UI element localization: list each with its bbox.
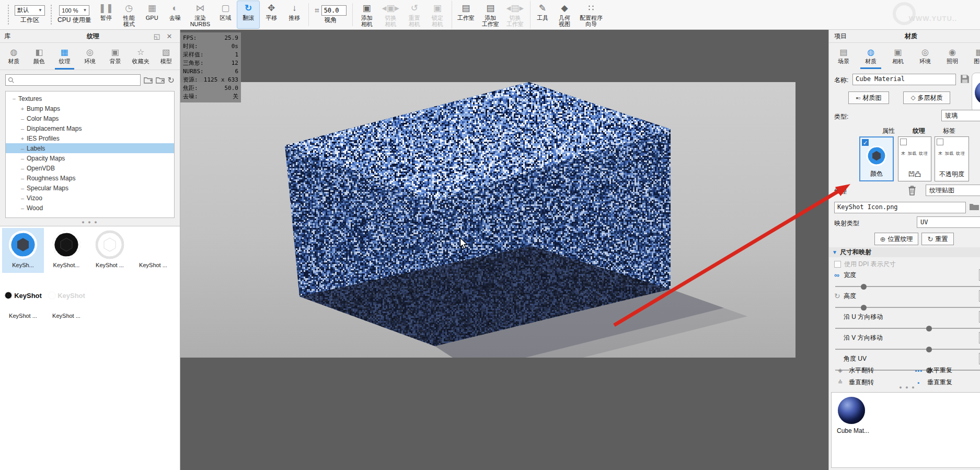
texture-thumbnail[interactable]: KeyShot... — [45, 228, 87, 273]
refresh-icon[interactable]: ↻ — [168, 75, 175, 85]
toolbar-button[interactable]: ↻ 翻滚 — [237, 1, 260, 29]
toolbar-button[interactable]: ◆ 几何 视图 — [553, 1, 576, 29]
toolbar-button[interactable]: ▢ 区域 — [214, 1, 237, 29]
tree-item[interactable]: − Textures — [6, 94, 174, 104]
cube-material-ball-icon[interactable] — [838, 397, 865, 424]
panel-splitter[interactable]: ● ● ● — [0, 220, 180, 225]
texture-slot-opacity[interactable]: 未 加载 纹理 不透明度 — [935, 136, 969, 181]
link-icon[interactable]: ∞ — [834, 271, 844, 279]
toolbar-button[interactable]: ✥ 平移 — [260, 1, 283, 29]
tree-expander[interactable]: – — [18, 155, 27, 162]
toolbar-button[interactable]: ▤ 工作室 — [452, 1, 478, 29]
material-subtab[interactable]: 标签 — [941, 125, 958, 136]
checkbox-checked-icon[interactable]: ✓ — [862, 139, 869, 146]
checkbox-icon[interactable] — [900, 139, 907, 145]
library-tab[interactable]: ▧ 模型 — [153, 43, 179, 70]
texture-thumbnail[interactable]: KeyShot KeyShot ... — [45, 279, 87, 324]
search-input[interactable] — [15, 76, 138, 84]
checkbox-icon[interactable] — [937, 139, 943, 145]
material-subtab[interactable]: 属性 — [880, 125, 897, 136]
slider-track[interactable] — [835, 305, 980, 310]
tree-item[interactable]: – Color Maps — [6, 113, 174, 123]
tree-item[interactable]: – Wood — [6, 203, 174, 213]
texture-thumbnail[interactable]: KeyShot KeyShot ... — [2, 279, 44, 324]
texture-thumbnail[interactable]: KeyShot ... — [89, 228, 131, 273]
tree-expander[interactable]: + — [18, 135, 27, 142]
library-tab[interactable]: ◎ 环境 — [77, 43, 103, 70]
toolbar-button[interactable]: ◷ 性能 模式 — [118, 1, 141, 29]
material-graph-button[interactable]: ▪▫ 材质图 — [848, 91, 889, 104]
tree-expander[interactable]: – — [18, 125, 27, 132]
slider-track[interactable] — [835, 326, 980, 331]
slider-thumb[interactable] — [861, 284, 867, 290]
realtime-viewport[interactable]: FPS: 25.9 时间: 0s 采样值: 1 三角形: 12 NURBS: 6… — [180, 30, 828, 470]
library-tab[interactable]: ▦ 纹理 — [52, 43, 77, 70]
tree-expander[interactable]: – — [18, 116, 27, 122]
toolbar-button[interactable]: ▣ 添加 相机 — [355, 1, 378, 29]
material-type-select[interactable]: 玻璃 ▼ — [941, 110, 980, 121]
tree-expander[interactable]: – — [18, 195, 27, 201]
toolbar-drag-handle[interactable] — [7, 4, 9, 25]
size-mapping-section-header[interactable]: ▼ 尺寸和映射 — [829, 247, 980, 257]
sync-icon[interactable]: ↻ — [834, 292, 844, 300]
project-tab[interactable]: ◉ 照明 — [939, 43, 966, 69]
tree-expander[interactable]: – — [18, 185, 27, 191]
mapping-type-select[interactable]: UV ▼ — [917, 216, 980, 228]
toggle-button[interactable]: ◈ 水平翻转 — [835, 366, 914, 375]
texture-thumbnail[interactable]: KeyShot ... — [132, 228, 174, 273]
tree-expander[interactable]: − — [10, 96, 18, 102]
texture-slot-color[interactable]: ✓ 颜色 — [859, 136, 894, 181]
search-box[interactable] — [5, 74, 141, 86]
toolbar-button[interactable]: ↺ 重置 相机 — [403, 1, 426, 29]
multi-material-button[interactable]: ⬦ 多层材质 — [903, 91, 950, 104]
toolbar-button[interactable]: ◂▣▸ 切换 相机 — [378, 1, 403, 29]
fov-input[interactable] — [321, 5, 347, 16]
tree-item[interactable]: – Opacity Maps — [6, 153, 174, 163]
tree-item[interactable]: – Specular Maps — [6, 183, 174, 193]
project-tab[interactable]: ▣ 相机 — [884, 43, 912, 69]
tree-item[interactable]: – Displacement Maps — [6, 123, 174, 133]
project-tab[interactable]: ◎ 环境 — [912, 43, 939, 69]
texture-file-input[interactable]: KeyShot Icon.png — [834, 202, 966, 213]
tree-item[interactable]: – Labels — [6, 143, 174, 153]
tree-expander[interactable]: – — [18, 145, 27, 152]
render-view[interactable] — [180, 82, 795, 358]
slider-track[interactable] — [835, 347, 980, 352]
toolbar-button[interactable]: ↓ 推移 — [283, 1, 306, 29]
slider-thumb[interactable] — [861, 305, 867, 311]
tree-item[interactable]: – Vizoo — [6, 193, 174, 203]
tree-item[interactable]: – Roughness Maps — [6, 173, 174, 183]
material-preview-ball[interactable] — [972, 73, 980, 112]
slider-thumb[interactable] — [926, 326, 932, 331]
tree-item[interactable]: – OpenVDB — [6, 163, 174, 173]
toolbar-button[interactable]: ❚❚ 暂停 — [95, 1, 118, 29]
position-texture-button[interactable]: ⊕ 位置纹理 — [874, 233, 918, 245]
workspace-dropdown[interactable]: 默认▼ — [15, 5, 45, 16]
tree-expander[interactable]: – — [18, 165, 27, 171]
texture-thumbnail[interactable]: KeySh... — [2, 228, 44, 273]
trash-icon[interactable] — [907, 185, 917, 197]
tree-expander[interactable]: – — [18, 175, 27, 181]
slider-track[interactable] — [835, 284, 980, 289]
toolbar-button[interactable]: ◐ 去噪 — [164, 1, 187, 29]
toolbar-button[interactable]: ✎ 工具 — [530, 1, 553, 29]
folder-icon[interactable] — [969, 202, 979, 212]
tree-item[interactable]: + Bump Maps — [6, 104, 174, 113]
toolbar-button[interactable]: ◂▤▸ 切换 工作室 — [503, 1, 527, 29]
import-folder-icon[interactable] — [156, 75, 165, 85]
library-tab[interactable]: ▣ 背景 — [102, 43, 128, 70]
tree-expander[interactable]: – — [18, 205, 27, 211]
library-tab[interactable]: ◧ 颜色 — [27, 43, 52, 70]
toolbar-drag-handle[interactable] — [50, 4, 52, 25]
panel-splitter[interactable]: ● ● ● — [829, 385, 980, 390]
toggle-button[interactable]: ▪▪▪ 水平重复 — [914, 366, 980, 375]
close-icon[interactable]: ✕ — [163, 32, 176, 40]
cpu-usage-dropdown[interactable]: 100 %▼ — [59, 5, 89, 16]
float-panel-icon[interactable]: ◱ — [151, 32, 163, 40]
toolbar-button[interactable]: ▣ 锁定 相机 — [426, 1, 449, 29]
library-tab[interactable]: ◍ 材质 — [1, 43, 27, 70]
toolbar-button[interactable]: ▤ 添加 工作室 — [478, 1, 503, 29]
slider-thumb[interactable] — [926, 347, 932, 352]
material-subtab[interactable]: 纹理 — [910, 125, 927, 136]
toolbar-button[interactable]: ∷ 配置程序 向导 — [576, 1, 606, 29]
